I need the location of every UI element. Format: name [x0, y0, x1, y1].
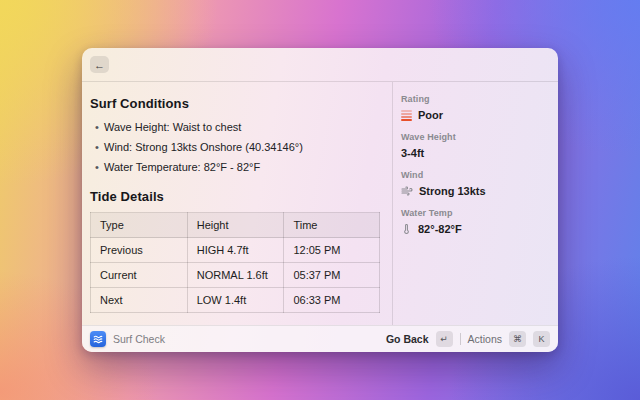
rating-bars-icon: [401, 110, 412, 121]
tide-time-cell: 06:33 PM: [284, 288, 380, 313]
thermometer-icon: [401, 223, 412, 235]
wave-height-label: Wave Height: [401, 132, 550, 142]
surf-check-app-icon: [90, 331, 106, 347]
water-temp-value-row: 82°-82°F: [401, 222, 550, 236]
bullet-icon: [90, 141, 104, 153]
back-button[interactable]: ←: [90, 56, 109, 73]
water-temperature-bullet: Water Temperature: 82°F - 82°F: [104, 161, 260, 173]
tide-height-cell: HIGH 4.7ft: [187, 238, 284, 263]
window-header: ←: [82, 48, 558, 82]
tide-col-height: Height: [187, 213, 284, 238]
bullet-icon: [90, 121, 104, 133]
metadata-sidebar: Rating Poor Wave Height 3-4ft Wind Stron…: [393, 82, 558, 325]
actions-menu-button[interactable]: Actions: [468, 333, 502, 345]
water-temp-label: Water Temp: [401, 208, 550, 218]
wind-value: Strong 13kts: [419, 185, 486, 197]
tide-height-cell: NORMAL 1.6ft: [187, 263, 284, 288]
table-row: Previous HIGH 4.7ft 12:05 PM: [91, 238, 380, 263]
go-back-action[interactable]: Go Back: [386, 333, 429, 345]
wind-value-row: Strong 13kts: [401, 184, 550, 198]
k-key-badge: K: [533, 331, 550, 347]
tide-height-cell: LOW 1.4ft: [187, 288, 284, 313]
footer-action-bar: Surf Check Go Back ↵ Actions ⌘ K: [82, 325, 558, 352]
surf-conditions-heading: Surf Conditions: [90, 96, 382, 111]
tide-type-cell: Current: [91, 263, 188, 288]
list-item: Wind: Strong 13kts Onshore (40.34146°): [90, 137, 382, 157]
rating-label: Rating: [401, 94, 550, 104]
back-arrow-icon: ←: [94, 59, 105, 71]
tide-type-cell: Next: [91, 288, 188, 313]
list-item: Wave Height: Waist to chest: [90, 117, 382, 137]
tide-table: Type Height Time Previous HIGH 4.7ft 12:…: [90, 212, 380, 313]
table-row: Next LOW 1.4ft 06:33 PM: [91, 288, 380, 313]
rating-value: Poor: [418, 109, 443, 121]
app-name: Surf Check: [113, 333, 165, 345]
bullet-icon: [90, 161, 104, 173]
water-temp-value: 82°-82°F: [418, 223, 462, 235]
footer-divider: [460, 333, 461, 345]
wave-height-value-row: 3-4ft: [401, 146, 550, 160]
tide-time-cell: 12:05 PM: [284, 238, 380, 263]
tide-time-cell: 05:37 PM: [284, 263, 380, 288]
return-key-badge: ↵: [436, 331, 453, 347]
tide-table-header-row: Type Height Time: [91, 213, 380, 238]
wind-bullet: Wind: Strong 13kts Onshore (40.34146°): [104, 141, 303, 153]
waves-icon: [93, 334, 103, 344]
list-item: Water Temperature: 82°F - 82°F: [90, 157, 382, 177]
rating-value-row: Poor: [401, 108, 550, 122]
tide-type-cell: Previous: [91, 238, 188, 263]
tide-col-type: Type: [91, 213, 188, 238]
command-key-badge: ⌘: [509, 331, 526, 347]
wave-height-bullet: Wave Height: Waist to chest: [104, 121, 241, 133]
wind-icon: [401, 185, 413, 197]
tide-col-time: Time: [284, 213, 380, 238]
table-row: Current NORMAL 1.6ft 05:37 PM: [91, 263, 380, 288]
wind-label: Wind: [401, 170, 550, 180]
detail-markdown-content: Surf Conditions Wave Height: Waist to ch…: [82, 82, 392, 325]
wave-height-value: 3-4ft: [401, 147, 424, 159]
surf-check-window: ← Surf Conditions Wave Height: Waist to …: [82, 48, 558, 352]
tide-details-heading: Tide Details: [90, 189, 382, 204]
window-body: Surf Conditions Wave Height: Waist to ch…: [82, 82, 558, 325]
surf-conditions-list: Wave Height: Waist to chest Wind: Strong…: [90, 117, 382, 177]
